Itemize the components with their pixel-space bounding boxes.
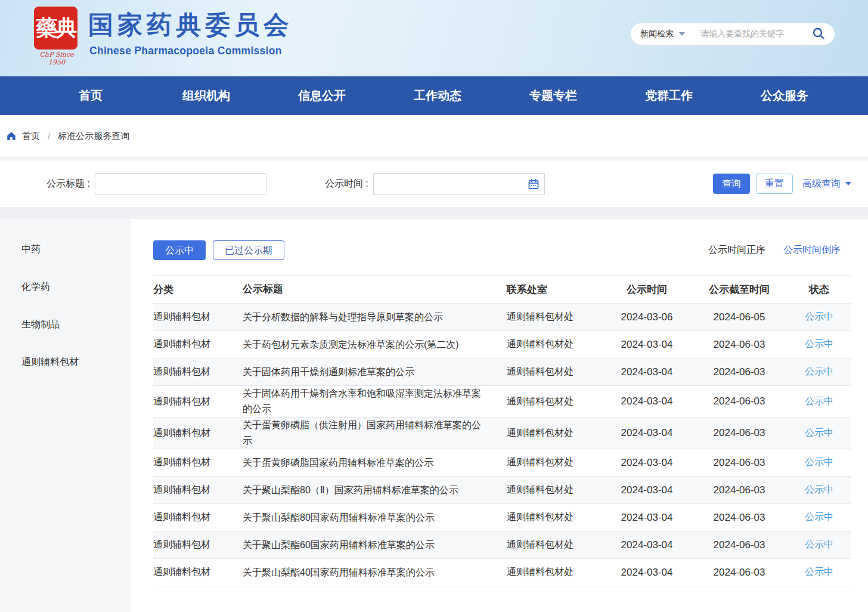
row-status-link[interactable]: 公示中 xyxy=(787,566,851,579)
site-header: 藥典 ChP Since 1950 国家药典委员会 Chinese Pharma… xyxy=(0,0,868,76)
table-header-row: 分类 公示标题 联系处室 公示时间 公示截至时间 状态 xyxy=(153,275,851,304)
row-office: 通则辅料包材处 xyxy=(507,539,602,551)
tab-past-announcement[interactable]: 已过公示期 xyxy=(213,240,284,260)
site-title-cn: 国家药典委员会 xyxy=(88,8,293,42)
nav-item-work-news[interactable]: 工作动态 xyxy=(380,76,495,115)
query-button[interactable]: 查询 xyxy=(713,174,750,194)
col-header-deadline-date: 公示截至时间 xyxy=(692,283,787,296)
nav-item-public-service[interactable]: 公众服务 xyxy=(727,76,842,115)
row-office: 通则辅料包材处 xyxy=(507,456,602,469)
announcement-table: 分类 公示标题 联系处室 公示时间 公示截至时间 状态 通则辅料包材 关于分析数… xyxy=(153,275,851,586)
chp-seal-logo: 藥典 xyxy=(34,7,78,50)
title-filter-input[interactable] xyxy=(95,173,266,195)
table-row: 通则辅料包材 关于分析数据的解释与处理指导原则草案的公示 通则辅料包材处 202… xyxy=(153,304,851,331)
row-publish-date: 2024-03-04 xyxy=(602,457,692,469)
table-body: 通则辅料包材 关于分析数据的解释与处理指导原则草案的公示 通则辅料包材处 202… xyxy=(153,304,851,586)
row-deadline-date: 2024-06-05 xyxy=(692,311,787,323)
sort-time-ascending[interactable]: 公示时间正序 xyxy=(708,244,765,256)
nav-item-special-topics[interactable]: 专题专栏 xyxy=(495,76,611,115)
row-deadline-date: 2024-06-03 xyxy=(692,339,787,351)
breadcrumb-current: 标准公示服务查询 xyxy=(58,131,129,142)
sidebar-item-biologics[interactable]: 生物制品 xyxy=(0,306,131,344)
col-header-publish-date: 公示时间 xyxy=(602,283,692,296)
row-category: 通则辅料包材 xyxy=(153,456,243,469)
row-status-link[interactable]: 公示中 xyxy=(787,511,851,524)
calendar-icon[interactable] xyxy=(528,178,540,190)
row-publish-date: 2024-03-04 xyxy=(602,484,692,496)
row-office: 通则辅料包材处 xyxy=(507,395,602,408)
row-office: 通则辅料包材处 xyxy=(507,484,602,496)
row-status-link[interactable]: 公示中 xyxy=(787,338,851,351)
reset-button[interactable]: 重置 xyxy=(756,174,793,194)
nav-item-home[interactable]: 首页 xyxy=(33,76,148,115)
breadcrumb-separator: / xyxy=(48,131,50,141)
chevron-down-icon xyxy=(679,32,685,36)
row-status-link[interactable]: 公示中 xyxy=(787,395,851,408)
nav-item-info-disclosure[interactable]: 信息公开 xyxy=(264,76,380,115)
search-category-select[interactable]: 新闻检索 xyxy=(640,29,685,39)
row-title-link[interactable]: 关于固体药用干燥剂含水率和饱和吸湿率测定法标准草案的公示 xyxy=(243,386,507,417)
sort-time-descending[interactable]: 公示时间倒序 xyxy=(783,244,841,256)
search-submit-button[interactable] xyxy=(812,27,825,42)
table-row: 通则辅料包材 关于聚山梨酯60国家药用辅料标准草案的公示 通则辅料包材处 202… xyxy=(153,531,851,559)
table-row: 通则辅料包材 关于固体药用干燥剂通则标准草案的公示 通则辅料包材处 2024-0… xyxy=(153,358,851,386)
row-status-link[interactable]: 公示中 xyxy=(787,539,851,551)
search-category-label: 新闻检索 xyxy=(640,29,674,39)
breadcrumb: 首页 / 标准公示服务查询 xyxy=(0,115,868,157)
divider xyxy=(0,207,868,219)
logo-caption: ChP Since 1950 xyxy=(32,51,82,66)
row-category: 通则辅料包材 xyxy=(153,484,243,496)
row-status-link[interactable]: 公示中 xyxy=(787,366,851,378)
time-filter-input[interactable] xyxy=(373,173,545,195)
category-sidebar: 中药 化学药 生物制品 通则辅料包材 xyxy=(0,219,131,612)
row-title-link[interactable]: 关于分析数据的解释与处理指导原则草案的公示 xyxy=(243,310,507,325)
col-header-status: 状态 xyxy=(787,283,851,296)
nav-item-party-work[interactable]: 党群工作 xyxy=(611,76,727,115)
col-header-title: 公示标题 xyxy=(243,282,507,297)
row-title-link[interactable]: 关于药包材元素杂质测定法标准草案的公示(第二次) xyxy=(243,337,507,353)
home-icon[interactable] xyxy=(6,131,17,141)
row-category: 通则辅料包材 xyxy=(153,311,243,323)
row-deadline-date: 2024-06-03 xyxy=(692,457,787,469)
row-status-link[interactable]: 公示中 xyxy=(787,484,851,496)
sidebar-item-general-excipients-packaging[interactable]: 通则辅料包材 xyxy=(0,344,131,381)
row-category: 通则辅料包材 xyxy=(153,539,243,551)
sidebar-item-chemical-drugs[interactable]: 化学药 xyxy=(0,268,131,306)
row-deadline-date: 2024-06-03 xyxy=(692,395,787,407)
sidebar-item-tcm[interactable]: 中药 xyxy=(0,231,131,268)
row-title-link[interactable]: 关于聚山梨酯40国家药用辅料标准草案的公示 xyxy=(243,565,507,580)
row-deadline-date: 2024-06-03 xyxy=(692,512,787,524)
row-title-link[interactable]: 关于聚山梨酯80（Ⅱ）国家药用辅料标准草案的公示 xyxy=(243,483,507,498)
table-row: 通则辅料包材 关于蛋黄卵磷脂（供注射用）国家药用辅料标准草案的公示 通则辅料包材… xyxy=(153,418,851,449)
row-publish-date: 2024-03-04 xyxy=(602,366,692,378)
tab-in-announcement[interactable]: 公示中 xyxy=(153,240,206,260)
row-category: 通则辅料包材 xyxy=(153,566,243,579)
row-status-link[interactable]: 公示中 xyxy=(787,311,851,323)
row-publish-date: 2024-03-04 xyxy=(602,539,692,551)
row-title-link[interactable]: 关于蛋黄卵磷脂国家药用辅料标准草案的公示 xyxy=(243,455,507,471)
row-publish-date: 2024-03-04 xyxy=(602,395,692,407)
row-deadline-date: 2024-06-03 xyxy=(692,366,787,378)
main-nav: 首页 组织机构 信息公开 工作动态 专题专栏 党群工作 公众服务 xyxy=(0,76,868,115)
breadcrumb-home-link[interactable]: 首页 xyxy=(22,131,40,142)
row-deadline-date: 2024-06-03 xyxy=(692,539,787,551)
row-deadline-date: 2024-06-03 xyxy=(692,427,787,439)
row-office: 通则辅料包材处 xyxy=(507,427,602,440)
row-publish-date: 2024-03-04 xyxy=(602,512,692,524)
row-office: 通则辅料包材处 xyxy=(507,511,602,524)
row-status-link[interactable]: 公示中 xyxy=(787,427,851,440)
row-status-link[interactable]: 公示中 xyxy=(787,456,851,469)
nav-item-organization[interactable]: 组织机构 xyxy=(148,76,264,115)
row-title-link[interactable]: 关于固体药用干燥剂通则标准草案的公示 xyxy=(243,364,507,380)
row-office: 通则辅料包材处 xyxy=(507,338,602,351)
table-row: 通则辅料包材 关于聚山梨酯80（Ⅱ）国家药用辅料标准草案的公示 通则辅料包材处 … xyxy=(153,477,851,504)
row-deadline-date: 2024-06-03 xyxy=(692,484,787,496)
row-category: 通则辅料包材 xyxy=(153,338,243,351)
search-input[interactable]: 请输入要查找的关键字 xyxy=(700,29,812,39)
row-title-link[interactable]: 关于蛋黄卵磷脂（供注射用）国家药用辅料标准草案的公示 xyxy=(243,418,507,449)
table-row: 通则辅料包材 关于蛋黄卵磷脂国家药用辅料标准草案的公示 通则辅料包材处 2024… xyxy=(153,449,851,477)
row-title-link[interactable]: 关于聚山梨酯60国家药用辅料标准草案的公示 xyxy=(243,537,507,553)
advanced-query-link[interactable]: 高级查询 xyxy=(802,178,851,190)
list-toolbar: 公示中 已过公示期 公示时间正序 公示时间倒序 xyxy=(153,240,851,260)
row-title-link[interactable]: 关于聚山梨酯80国家药用辅料标准草案的公示 xyxy=(243,510,507,526)
